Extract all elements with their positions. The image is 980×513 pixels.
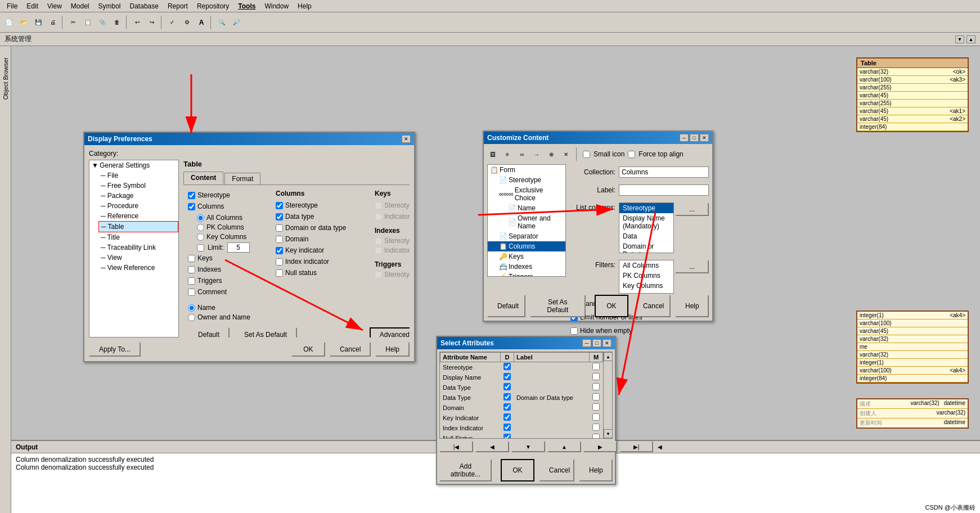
- col-cb-null-status[interactable]: Null status: [276, 269, 366, 277]
- attrs-scroll-area[interactable]: Attribute Name D Label M Stereotype: [440, 352, 603, 438]
- tree-file[interactable]: ─ File: [98, 170, 178, 181]
- cc-tree-indexes[interactable]: 📇 Indexes: [488, 262, 565, 272]
- cc-set-as-default-btn[interactable]: Set As Default: [530, 295, 586, 317]
- sa-close-btn[interactable]: ✕: [603, 339, 612, 347]
- toolbar-cut[interactable]: ✂: [66, 16, 80, 29]
- menu-file[interactable]: File: [2, 1, 22, 11]
- nav-prev-btn[interactable]: ◀: [475, 441, 509, 452]
- cc-tool-lines[interactable]: ≡: [502, 148, 513, 160]
- tab-format[interactable]: Format: [224, 173, 260, 184]
- cc-tool-copy[interactable]: ⊕: [546, 148, 557, 160]
- lc-stereotype[interactable]: Stereotype: [619, 203, 673, 213]
- keys-cb-indicator[interactable]: Indicator: [375, 213, 410, 220]
- sa-minimize-btn[interactable]: ─: [582, 339, 591, 347]
- cb-comment[interactable]: Comment: [188, 288, 267, 296]
- keys-cb-stereotype[interactable]: Stereotype: [375, 201, 410, 209]
- nav-first-btn[interactable]: |◀: [439, 441, 473, 452]
- cb-keys[interactable]: Keys: [188, 254, 267, 262]
- filters-listbox[interactable]: All Columns PK Columns Key Columns: [619, 260, 674, 294]
- nav-last-btn[interactable]: ▶|: [619, 441, 653, 452]
- cc-maximize-btn[interactable]: □: [690, 134, 699, 142]
- idx-cb-stereotype[interactable]: Stereotype: [375, 237, 410, 245]
- tree-reference[interactable]: ─ Reference: [98, 211, 178, 221]
- tree-free-symbol[interactable]: ─ Free Symbol: [98, 181, 178, 191]
- tree-title[interactable]: ─ Title: [98, 232, 178, 242]
- attr-row-data-type[interactable]: Data Type: [440, 382, 603, 393]
- cancel-btn[interactable]: Cancel: [330, 342, 371, 357]
- radio-key-columns[interactable]: Key Columns: [197, 233, 267, 241]
- sa-maximize-btn[interactable]: □: [592, 339, 601, 347]
- col-cb-key-indicator[interactable]: Key indicator: [276, 246, 366, 254]
- attr-row-null-status[interactable]: Null Status: [440, 433, 603, 439]
- set-as-default-btn[interactable]: Set As Default: [234, 327, 297, 338]
- tree-view-ref[interactable]: ─ View Reference: [98, 263, 178, 273]
- toolbar-zoom-out[interactable]: 🔎: [230, 16, 243, 29]
- cc-tree-stereotype[interactable]: 📄 Stereotype: [488, 175, 565, 185]
- lc-display-name[interactable]: Display Name (Mandatory): [619, 213, 673, 231]
- default-btn[interactable]: Default: [188, 327, 230, 338]
- tree-package[interactable]: ─ Package: [98, 191, 178, 201]
- cc-tool-arr[interactable]: →: [531, 148, 542, 160]
- tab-content[interactable]: Content: [183, 172, 223, 184]
- attr-row-stereotype[interactable]: Stereotype: [440, 362, 603, 372]
- cb-columns[interactable]: Columns: [188, 202, 267, 210]
- category-tree[interactable]: ▼ General Settings ─ File ─ Free Symbol …: [89, 160, 179, 338]
- col-cb-index-indicator[interactable]: Index indicator: [276, 258, 366, 266]
- scroll-down-btn[interactable]: ▼: [604, 429, 613, 438]
- collection-input[interactable]: [619, 166, 709, 178]
- menu-model[interactable]: Model: [66, 1, 94, 11]
- cc-tree-triggers[interactable]: ⚡ Triggers: [488, 272, 565, 277]
- cc-close-btn[interactable]: ✕: [700, 134, 709, 142]
- label-input[interactable]: [619, 184, 709, 196]
- toolbar-copy[interactable]: 📋: [81, 16, 95, 29]
- limit-input[interactable]: [227, 242, 250, 253]
- list-columns-edit-btn[interactable]: ...: [675, 202, 709, 216]
- nav-up-btn[interactable]: ▲: [547, 441, 581, 452]
- tree-view[interactable]: ─ View: [98, 253, 178, 263]
- sa-cancel-btn[interactable]: Cancel: [539, 459, 574, 482]
- filters-edit-btn[interactable]: ...: [675, 260, 709, 273]
- nav-down-btn[interactable]: ▼: [511, 441, 545, 452]
- advanced-btn[interactable]: Advanced...: [370, 327, 410, 338]
- idx-cb-indicator[interactable]: Indicator: [375, 246, 410, 254]
- attr-row-key-indicator[interactable]: Key Indicator: [440, 413, 603, 423]
- sa-help-btn[interactable]: Help: [579, 459, 613, 482]
- list-columns-listbox[interactable]: Stereotype Display Name (Mandatory) Data…: [619, 202, 674, 253]
- cb-indexes[interactable]: Indexes: [188, 266, 267, 273]
- cc-tool-inf[interactable]: ∞: [516, 148, 528, 160]
- attr-row-display-name[interactable]: Display Name: [440, 372, 603, 382]
- toolbar-new[interactable]: 📄: [2, 16, 16, 29]
- col-cb-datatype[interactable]: Data type: [276, 213, 366, 220]
- col-cb-stereotype[interactable]: Stereotype: [276, 201, 366, 209]
- col-cb-domain[interactable]: Domain: [276, 235, 366, 243]
- ok-btn[interactable]: OK: [291, 342, 325, 357]
- attr-row-data-type-2[interactable]: Data Type Domain or Data type: [440, 393, 603, 403]
- cc-default-btn[interactable]: Default: [487, 295, 525, 317]
- menu-database[interactable]: Database: [125, 1, 163, 11]
- filter-pk[interactable]: PK Columns: [619, 271, 673, 281]
- cc-tree-owner-name[interactable]: 📄 Owner and Name: [488, 213, 565, 231]
- col-cb-domain-or-data[interactable]: Domain or data type: [276, 224, 366, 232]
- menu-view[interactable]: View: [43, 1, 66, 11]
- menu-help[interactable]: Help: [293, 1, 316, 11]
- tree-table[interactable]: ─ Table: [98, 221, 178, 232]
- toolbar-check[interactable]: ✓: [165, 16, 179, 29]
- sa-ok-btn[interactable]: OK: [501, 459, 534, 482]
- menu-edit[interactable]: Edit: [22, 1, 43, 11]
- cc-tool-close[interactable]: ✕: [560, 148, 572, 160]
- toolbar-open[interactable]: 📂: [17, 16, 30, 29]
- filter-key[interactable]: Key Columns: [619, 281, 673, 291]
- nav-next-btn[interactable]: ▶: [583, 441, 617, 452]
- menu-report[interactable]: Report: [163, 1, 192, 11]
- cc-tree[interactable]: 📋 Form 📄 Stereotype ∞∞∞ Exclusive Choice…: [487, 164, 566, 277]
- menu-window[interactable]: Window: [260, 1, 293, 11]
- cc-tree-name[interactable]: 📄 Name: [488, 203, 565, 213]
- cc-tool-img[interactable]: 🖼: [487, 148, 498, 160]
- radio-pk-columns[interactable]: PK Columns: [197, 223, 267, 231]
- trg-cb-stereotype[interactable]: Stereotype: [375, 271, 410, 278]
- radio-owner-and-name[interactable]: Owner and Name: [188, 313, 267, 321]
- small-icon-cb[interactable]: [583, 151, 590, 158]
- menu-tools[interactable]: Tools: [233, 1, 260, 11]
- cc-tree-form[interactable]: 📋 Form: [488, 165, 565, 175]
- radio-all-columns[interactable]: All Columns: [197, 214, 267, 222]
